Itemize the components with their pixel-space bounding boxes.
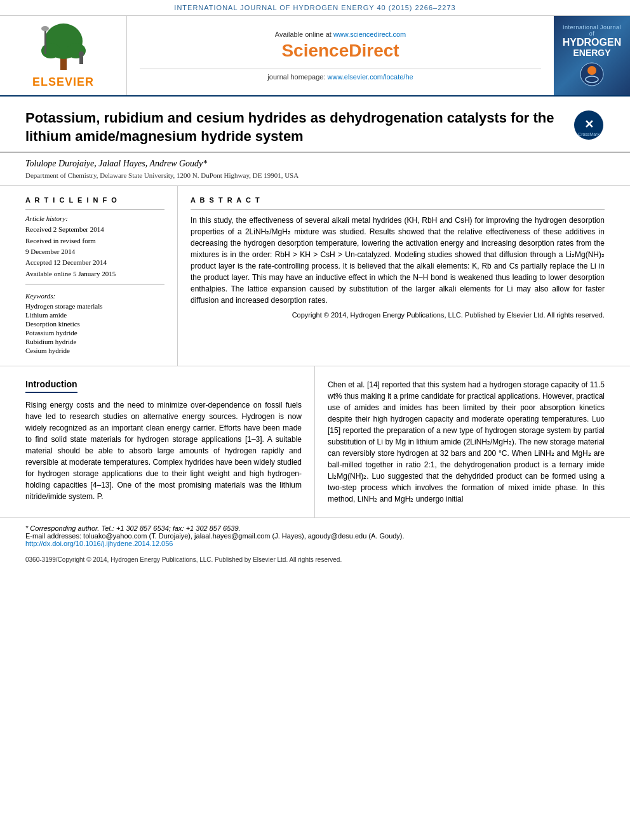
introduction-heading: Introduction: [25, 379, 77, 393]
abstract-heading: A B S T R A C T: [191, 196, 605, 204]
keyword-2: Lithium amide: [25, 311, 164, 319]
main-content: Introduction Rising energy costs and the…: [0, 366, 630, 517]
article-title: Potassium, rubidium and cesium hydrides …: [25, 109, 573, 145]
keyword-1: Hydrogen storage materials: [25, 302, 164, 310]
copyright-bottom: 0360-3199/Copyright © 2014, Hydrogen Ene…: [0, 554, 630, 568]
svg-point-9: [587, 66, 596, 75]
journal-circle-icon: [579, 62, 605, 87]
history-item-5: Available online 5 January 2015: [25, 269, 164, 279]
journal-homepage-link[interactable]: www.elsevier.com/locate/he: [328, 73, 413, 81]
abstract-text: In this study, the effectiveness of seve…: [191, 215, 605, 306]
authors-affiliation: Department of Chemistry, Delaware State …: [25, 171, 605, 179]
authors-section: Tolulope Durojaiye, Jalaal Hayes, Andrew…: [0, 152, 630, 186]
abstract-column: A B S T R A C T In this study, the effec…: [178, 186, 630, 366]
crossmark-icon: ✕ CrossMark: [573, 109, 605, 141]
article-history-label: Article history:: [25, 215, 164, 222]
history-item-4: Accepted 12 December 2014: [25, 258, 164, 267]
svg-point-5: [41, 26, 49, 31]
keywords-label: Keywords:: [25, 292, 164, 300]
elsevier-logo: ELSEVIER: [32, 22, 95, 89]
keyword-5: Rubidium hydride: [25, 338, 164, 345]
sciencedirect-header: Available online at www.sciencedirect.co…: [127, 16, 554, 95]
keyword-3: Desorption kinetics: [25, 320, 164, 328]
svg-point-2: [41, 43, 60, 58]
divider: [25, 209, 164, 210]
article-info-heading: A R T I C L E I N F O: [25, 196, 164, 204]
elsevier-tree-icon: [32, 22, 95, 73]
journal-logo: International Journal of HYDROGEN ENERGY: [560, 24, 624, 58]
intro-paragraph-left: Rising energy costs and the need to mini…: [25, 399, 302, 502]
introduction-left: Introduction Rising energy costs and the…: [0, 366, 315, 517]
history-item-3: 9 December 2014: [25, 247, 164, 257]
banner-text: INTERNATIONAL JOURNAL OF HYDROGEN ENERGY…: [174, 4, 455, 11]
history-item-1: Received 2 September 2014: [25, 225, 164, 234]
divider-2: [25, 284, 164, 284]
svg-rect-7: [79, 57, 83, 64]
svg-text:CrossMark: CrossMark: [578, 132, 600, 137]
introduction-right: Chen et al. [14] reported that this syst…: [315, 366, 630, 517]
abstract-divider: [191, 209, 605, 210]
article-info-column: A R T I C L E I N F O Article history: R…: [0, 186, 178, 366]
elsevier-logo-section: ELSEVIER: [0, 16, 127, 95]
header-area: ELSEVIER Available online at www.science…: [0, 16, 630, 97]
svg-point-6: [79, 51, 84, 57]
sciencedirect-url-link[interactable]: www.sciencedirect.com: [333, 30, 406, 38]
title-section: Potassium, rubidium and cesium hydrides …: [0, 97, 630, 152]
elsevier-wordmark: ELSEVIER: [32, 76, 94, 89]
available-online-text: Available online at www.sciencedirect.co…: [275, 30, 406, 38]
footnote-section: * Corresponding author. Tel.: +1 302 857…: [0, 517, 630, 554]
authors-names: Tolulope Durojaiye, Jalaal Hayes, Andrew…: [25, 159, 605, 169]
abstract-copyright: Copyright © 2014, Hydrogen Energy Public…: [191, 311, 605, 319]
journal-logo-section: International Journal of HYDROGEN ENERGY: [554, 16, 630, 95]
svg-point-3: [67, 43, 86, 58]
intro-paragraph-right: Chen et al. [14] reported that this syst…: [328, 379, 605, 505]
journal-homepage-line: journal homepage: www.elsevier.com/locat…: [140, 69, 541, 81]
history-item-2: Received in revised form: [25, 236, 164, 246]
svg-rect-4: [44, 29, 46, 54]
article-info-abstract: A R T I C L E I N F O Article history: R…: [0, 186, 630, 366]
keywords-section: Keywords: Hydrogen storage materials Lit…: [25, 292, 164, 354]
corresponding-author-note: * Corresponding author. Tel.: +1 302 857…: [25, 524, 605, 532]
keyword-4: Potassium hydride: [25, 329, 164, 337]
doi-link[interactable]: http://dx.doi.org/10.1016/j.ijhydene.201…: [25, 540, 173, 547]
sciencedirect-title: ScienceDirect: [281, 41, 399, 61]
email-addresses: E-mail addresses: toluako@yahoo.com (T. …: [25, 532, 605, 540]
journal-banner: INTERNATIONAL JOURNAL OF HYDROGEN ENERGY…: [0, 0, 630, 16]
svg-text:✕: ✕: [584, 118, 594, 131]
keyword-6: Cesium hydride: [25, 347, 164, 354]
